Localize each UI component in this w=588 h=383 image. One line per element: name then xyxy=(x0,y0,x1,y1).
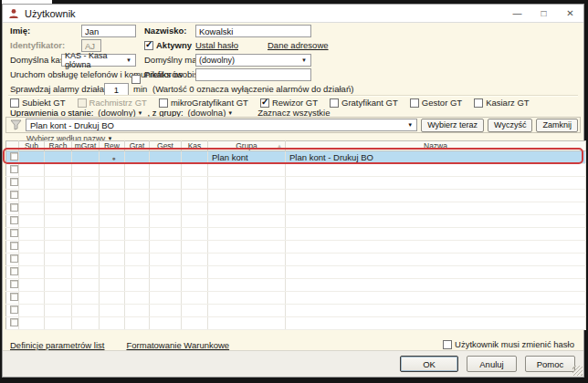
footer-bar: OK Anuluj Pomoc xyxy=(3,350,583,377)
table-row[interactable] xyxy=(6,279,586,292)
row-checkbox[interactable] xyxy=(10,318,18,326)
ok-button[interactable]: OK xyxy=(400,356,458,372)
column-header-mgrat[interactable]: mGrat xyxy=(72,141,100,151)
row-checkbox[interactable] xyxy=(10,293,18,301)
row-checkbox[interactable] xyxy=(10,152,18,160)
permission-filter-select[interactable]: Plan kont - Drukuj BO ▼ xyxy=(26,119,417,131)
resize-grip[interactable] xyxy=(572,366,583,376)
column-header-gest[interactable]: Gest xyxy=(150,141,182,151)
product-label: Rachmistrz GT xyxy=(89,98,147,108)
row-checkbox[interactable] xyxy=(10,229,18,237)
row-checkbox[interactable] xyxy=(10,191,18,199)
last-name-label: Nazwisko: xyxy=(144,25,186,37)
help-button[interactable]: Pomoc xyxy=(525,356,575,372)
products-row: Subiekt GT Rachmistrz GT mikroGratyfikan… xyxy=(10,98,530,108)
user-icon xyxy=(8,8,19,19)
table-row[interactable] xyxy=(6,215,586,228)
row-checkbox[interactable] xyxy=(10,242,18,250)
product-rewizor-checkbox[interactable]: ✓Rewizor GT xyxy=(260,98,318,108)
filter-bar: Plan kont - Drukuj BO ▼ Wybierz teraz Wy… xyxy=(5,117,581,133)
close-icon[interactable]: ✕ xyxy=(557,5,583,22)
product-gestor-checkbox[interactable]: Gestor GT xyxy=(410,98,462,108)
table-row[interactable] xyxy=(6,292,586,305)
row-checkbox[interactable] xyxy=(10,165,18,173)
table-row[interactable] xyxy=(6,254,586,266)
permissions-table: Sub Rach mGrat Rew Grat Gest Kas Grupa ▲… xyxy=(5,140,586,330)
last-name-input[interactable] xyxy=(195,25,311,37)
must-change-password-checkbox[interactable]: Użytkownik musi zmienić hasło xyxy=(443,339,574,349)
permission-filter-value: Plan kont - Drukuj BO xyxy=(30,120,114,130)
table-row[interactable] xyxy=(6,190,586,202)
filter-funnel-icon xyxy=(10,119,22,130)
chevron-down-icon: ▼ xyxy=(227,110,233,116)
column-header-grupa-label: Grupa xyxy=(236,141,257,150)
table-row[interactable] xyxy=(6,202,586,215)
identifier-input xyxy=(81,39,101,52)
table-body: ● Plan kont Plan kont - Drukuj BO xyxy=(6,151,586,330)
product-subiekt-checkbox[interactable]: Subiekt GT xyxy=(10,98,66,108)
window-title: Użytkownik xyxy=(25,8,76,19)
table-row[interactable] xyxy=(6,177,586,190)
default-cash-select[interactable]: KAS - Kasa główna ▼ xyxy=(61,54,136,67)
column-header-rew[interactable]: Rew xyxy=(100,141,125,151)
selected-permission-row[interactable]: ● Plan kont Plan kont - Drukuj BO xyxy=(6,151,586,164)
row-checkbox[interactable] xyxy=(10,216,18,224)
address-data-link[interactable]: Dane adresowe xyxy=(268,39,329,52)
conditional-formatting-link[interactable]: Formatowanie Warunkowe xyxy=(126,340,229,350)
active-label: Aktywny xyxy=(156,40,192,50)
identifier-label: Identyfikator: xyxy=(10,39,65,52)
product-mikrogratyfikant-checkbox[interactable]: mikroGratyfikant GT xyxy=(159,98,248,108)
check-icon: ✓ xyxy=(145,39,152,49)
user-dialog: Użytkownik — □ ✕ Imię: Nazwisko: Identyf… xyxy=(2,4,584,378)
row-checkbox[interactable] xyxy=(10,203,18,212)
column-header-grat[interactable]: Grat xyxy=(125,141,150,151)
alarms-interval-input[interactable] xyxy=(104,83,129,96)
title-bar: Użytkownik — □ ✕ xyxy=(3,5,583,23)
column-header-kas[interactable]: Kas xyxy=(182,141,208,151)
check-icon: ✓ xyxy=(261,97,268,107)
list-parameters-link[interactable]: Definicje parametrów list xyxy=(10,340,104,350)
product-kasiarz-checkbox[interactable]: Kasiarz GT xyxy=(474,98,530,108)
bottom-links: Definicje parametrów list Formatowanie W… xyxy=(10,340,229,350)
sort-ascending-icon: ▲ xyxy=(277,143,282,149)
active-checkbox[interactable]: ✓ Aktywny xyxy=(144,40,192,50)
product-rachmistrz-checkbox: Rachmistrz GT xyxy=(78,98,147,108)
row-checkbox[interactable] xyxy=(10,280,18,288)
product-gratyfikant-checkbox[interactable]: Gratyfikant GT xyxy=(330,98,398,108)
must-change-password-label: Użytkownik musi zmienić hasło xyxy=(455,339,574,349)
alarms-hint: (Wartość 0 oznacza wyłączenie alarmów do… xyxy=(152,83,353,96)
cancel-button[interactable]: Anuluj xyxy=(467,356,517,372)
table-row[interactable] xyxy=(6,266,586,279)
table-row[interactable] xyxy=(6,317,586,330)
product-label: Gestor GT xyxy=(422,98,462,108)
divider xyxy=(8,95,578,97)
minimize-icon[interactable]: — xyxy=(504,5,530,22)
row-checkbox[interactable] xyxy=(10,254,18,263)
first-name-input[interactable] xyxy=(81,25,136,37)
product-label: Rewizor GT xyxy=(272,98,318,108)
alarms-unit: min xyxy=(133,83,147,96)
set-password-link[interactable]: Ustal hasło xyxy=(195,39,238,52)
choose-now-button[interactable]: Wybierz teraz xyxy=(421,119,484,132)
close-filter-button[interactable]: Zamknij xyxy=(536,119,578,132)
column-header-nazwa[interactable]: Nazwa xyxy=(286,141,586,151)
table-row[interactable] xyxy=(6,241,586,254)
table-header-row: Sub Rach mGrat Rew Grat Gest Kas Grupa ▲… xyxy=(6,141,586,151)
table-row[interactable] xyxy=(6,305,586,317)
column-header-sub[interactable]: Sub xyxy=(19,141,45,151)
chevron-down-icon: ▼ xyxy=(122,57,135,63)
row-checkbox[interactable] xyxy=(10,178,18,186)
row-checkbox[interactable] xyxy=(10,305,18,314)
prefix-input[interactable] xyxy=(195,68,311,81)
maximize-icon[interactable]: □ xyxy=(530,5,557,22)
product-label: Subiekt GT xyxy=(22,98,66,108)
default-cash-value: KAS - Kasa główna xyxy=(65,51,122,69)
row-checkbox[interactable] xyxy=(10,267,18,275)
chevron-down-icon: ▼ xyxy=(298,57,310,63)
clear-button[interactable]: Wyczyść xyxy=(488,119,532,132)
column-header-rach[interactable]: Rach xyxy=(45,141,72,151)
default-warehouse-select[interactable]: (dowolny) ▼ xyxy=(195,54,311,67)
table-row[interactable] xyxy=(6,228,586,241)
column-header-grupa[interactable]: Grupa ▲ xyxy=(208,141,286,151)
table-row[interactable] xyxy=(6,164,586,177)
